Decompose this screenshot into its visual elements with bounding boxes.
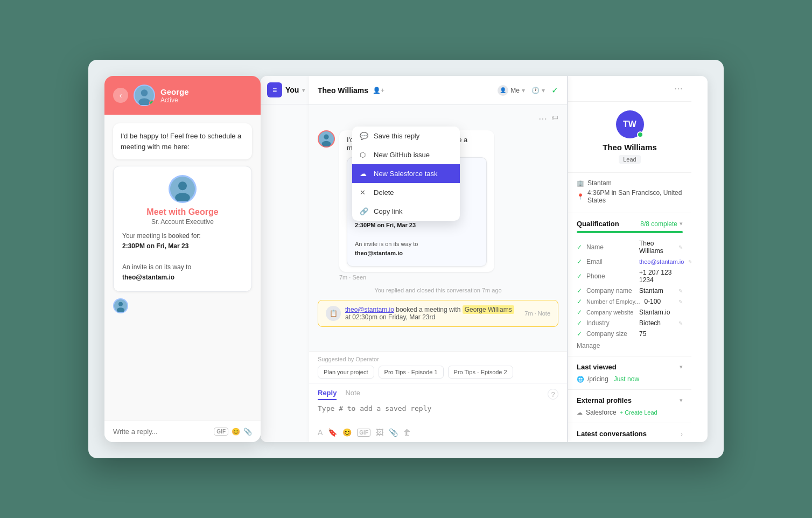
delete-toolbar-icon[interactable]: 🗑 [403,428,411,437]
snooze-button[interactable]: 🕐 ▾ [531,87,545,94]
ctx-copy-link[interactable]: 🔗 Copy link [352,202,460,221]
suggestion-2[interactable]: Pro Tips - Episode 2 [448,366,513,379]
rp-dots[interactable]: ⋯ [674,83,683,94]
ctx-save-reply[interactable]: 💬 Save this reply [352,127,460,145]
industry-edit-icon[interactable]: ✎ [678,320,683,326]
external-profiles-section: External profiles ▾ ☁ Salesforce + Creat… [568,390,691,423]
rp-contact-name: Theo Williams [577,143,683,152]
emoji-toolbar-icon[interactable]: 😊 [342,428,352,437]
ctx-github-issue[interactable]: ⬡ New GitHub issue [352,145,460,164]
ctx-delete-label: Delete [374,188,394,197]
system-message: You replied and closed this conversation… [318,285,558,296]
booking-person-highlight: George Williams [463,305,514,314]
message-meta-seen: 7m · Seen [339,274,546,281]
manage-link[interactable]: Manage [577,342,683,349]
mobile-cal-subtitle: Sr. Account Executive [122,218,243,226]
nav-dropdown-arrow[interactable]: ▾ [302,87,305,93]
chat-header-right: 👤 Me ▾ 🕐 ▾ ✓ [498,85,558,96]
resolve-button[interactable]: ✓ [551,85,558,95]
qual-field-website: ✓ Company website Stantam.io [577,309,683,316]
suggestion-1[interactable]: Pro Tips - Episode 1 [379,366,444,379]
last-viewed-header[interactable]: Last viewed ▾ [577,363,683,371]
mobile-cal-card: Meet with George Sr. Account Executive Y… [113,166,252,292]
tag-icon[interactable]: 🏷 [551,114,558,124]
latest-conv-title: Latest conversations [577,430,647,438]
ctx-salesforce-task[interactable]: ☁ New Salesforce task [352,164,460,183]
rp-contact-info: TW Theo Williams Lead [568,102,691,173]
qual-field-size: ✓ Company size 75 [577,330,683,338]
last-viewed-chevron: ▾ [680,363,683,370]
company-edit-icon[interactable]: ✎ [678,288,683,294]
emoji-button[interactable]: 😊 [232,428,240,436]
ctx-copy-link-label: Copy link [374,207,402,215]
svg-point-1 [141,89,148,96]
booking-note-time: 7m · Note [524,310,550,317]
ctx-salesforce-label: New Salesforce task [374,170,438,178]
rp-company-name: Stantam [587,179,612,187]
mobile-footer-row [113,298,252,313]
mobile-reply-input[interactable] [113,428,209,436]
copy-link-icon: 🔗 [360,207,368,215]
tab-note[interactable]: Note [345,389,360,400]
qual-field-name: ✓ Name Theo Williams ✎ [577,240,683,255]
ctx-delete[interactable]: ✕ Delete [352,183,460,202]
note-icon: 📋 [326,306,341,321]
chat-header-left: Theo Williams 👤+ [318,86,384,95]
chat-panel: Theo Williams 👤+ 👤 Me ▾ 🕐 ▾ ✓ [309,76,568,442]
qual-title: Qualification [577,220,619,228]
booking-note: 📋 theo@stantam.io booked a meeting with … [318,300,558,327]
reply-tabs: Reply Note ? [318,389,558,400]
suggestion-0[interactable]: Plan your project [318,366,374,379]
nav-user-label: You [285,86,299,94]
qual-field-employees: ✓ Number of Employ... 0-100 ✎ [577,298,683,305]
gif-button[interactable]: GIF [214,428,228,436]
ext-profiles-header[interactable]: External profiles ▾ [577,396,683,404]
last-viewed-path: /pricing [587,375,608,383]
qual-progress-bar [577,231,683,233]
suggestions-row: Plan your project Pro Tips - Episode 1 P… [318,366,558,379]
format-icon[interactable]: A [318,428,323,437]
assign-me-button[interactable]: 👤 Me ▾ [498,85,525,96]
mobile-panel: ‹ George Active I'd be happy to! Feel fr… [104,76,261,442]
ext-profiles-title: External profiles [577,396,632,404]
delete-icon: ✕ [360,188,368,197]
mobile-cal-avatar [169,175,197,203]
contact-msg-avatar [318,130,335,148]
chat-contact-name: Theo Williams [318,86,368,95]
qual-bar-fill [577,231,683,233]
app-logo: ≡ [267,82,282,97]
ctx-github-label: New GitHub issue [374,151,430,159]
email-edit-icon[interactable]: ✎ [688,259,691,265]
last-viewed-section: Last viewed ▾ 🌐 /pricing Just now [568,356,691,390]
mobile-contact-avatar [134,85,155,106]
message-dots-icon[interactable]: ⋯ [538,114,547,124]
message-actions-row: ⋯ 🏷 [318,114,558,124]
last-viewed-time: Just now [614,375,639,383]
name-edit-icon[interactable]: ✎ [678,244,683,250]
qualification-section: Qualification 8/8 complete ▾ ✓ Name Theo… [568,213,691,356]
attach-button[interactable]: 📎 [243,428,252,436]
bookmark-icon[interactable]: 🔖 [328,428,337,437]
booking-note-text: theo@stantam.io booked a meeting with Ge… [345,306,520,321]
svg-point-7 [118,302,123,306]
qual-chevron[interactable]: ▾ [680,220,683,227]
reply-help-icon[interactable]: ? [548,389,558,400]
employees-edit-icon[interactable]: ✎ [678,299,683,305]
mobile-contact-name: George [160,87,189,96]
chat-add-icon[interactable]: 👤+ [373,87,384,94]
tab-reply[interactable]: Reply [318,389,337,400]
svg-point-4 [178,181,187,190]
ext-profiles-chevron: ▾ [680,397,683,404]
booking-email-link[interactable]: theo@stantam.io [345,306,394,313]
attach-toolbar-icon[interactable]: 📎 [389,428,398,437]
latest-conv-header[interactable]: Latest conversations › [577,430,683,438]
mobile-back-button[interactable]: ‹ [113,88,128,103]
gif-toolbar-icon[interactable]: GIF [357,429,370,437]
create-lead-link[interactable]: + Create Lead [620,409,657,416]
ctx-save-reply-label: Save this reply [374,132,419,140]
image-toolbar-icon[interactable]: 🖼 [376,428,383,437]
mobile-message-bubble: I'd be happy to! Feel free to schedule a… [113,123,252,159]
app-frame: ≡ You ▾ Theo Williams 👤+ 👤 Me ▾ [261,76,708,442]
last-viewed-globe-icon: 🌐 [577,376,584,383]
reply-input[interactable] [318,404,558,422]
